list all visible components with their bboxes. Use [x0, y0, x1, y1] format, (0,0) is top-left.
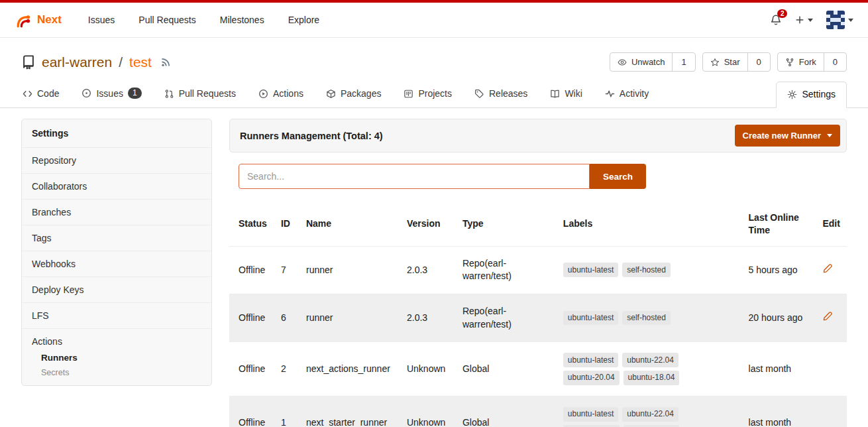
edit-icon[interactable]	[822, 311, 833, 322]
tab-wiki[interactable]: Wiki	[549, 82, 583, 107]
rss-feed-icon[interactable]	[160, 57, 171, 68]
tab-label: Packages	[341, 88, 381, 99]
repo-separator: /	[119, 54, 123, 70]
caret-down-icon	[827, 134, 832, 137]
tab-actions[interactable]: Actions	[257, 82, 305, 107]
repo-icon	[21, 55, 36, 70]
tab-code[interactable]: Code	[21, 82, 60, 107]
brand-name: Next	[37, 13, 62, 27]
runner-search-row: Search	[239, 164, 838, 189]
runner-version: 2.0.3	[400, 294, 456, 341]
repo-owner-link[interactable]: earl-warren	[42, 54, 112, 70]
label-chip: ubuntu-latest	[563, 263, 618, 277]
sidebar-subitem-secrets[interactable]: Secrets	[41, 368, 201, 377]
user-avatar	[826, 11, 845, 29]
table-row: Offline 6 runner 2.0.3 Repo(earl-warren/…	[229, 294, 847, 341]
create-runner-label: Create new Runner	[743, 131, 821, 141]
runner-id: 2	[274, 342, 299, 396]
runner-id: 1	[274, 396, 299, 427]
sidebar-actions-label[interactable]: Actions	[32, 336, 201, 347]
sidebar-subitem-runners[interactable]: Runners	[41, 353, 201, 363]
runner-version: 2.0.3	[400, 246, 456, 294]
create-new-menu-button[interactable]	[795, 15, 813, 25]
star-button[interactable]: Star	[703, 53, 747, 71]
sidebar-item-webhooks[interactable]: Webhooks	[22, 251, 211, 276]
tab-settings[interactable]: Settings	[776, 82, 847, 108]
sidebar-item-deploy-keys[interactable]: Deploy Keys	[22, 276, 211, 302]
runner-labels: ubuntu-latest ubuntu-22.04 ubuntu-20.04 …	[563, 407, 688, 427]
project-board-icon	[404, 89, 413, 99]
runner-last-online: last month	[742, 396, 816, 427]
forks-count[interactable]: 0	[824, 53, 846, 71]
tab-label: Actions	[273, 88, 303, 99]
sidebar-item-actions: Actions Runners Secrets	[22, 328, 211, 385]
user-menu-button[interactable]	[826, 11, 853, 29]
runner-name: runner	[299, 246, 400, 294]
runners-table: Status ID Name Version Type Labels Last …	[229, 202, 847, 427]
brand-home-link[interactable]: Next	[15, 11, 62, 29]
runner-status: Offline	[229, 294, 274, 341]
settings-sidebar: Settings Repository Collaborators Branch…	[21, 119, 212, 386]
book-icon	[550, 89, 560, 99]
fork-icon	[785, 58, 794, 67]
runner-status: Offline	[229, 342, 274, 396]
code-icon	[23, 89, 32, 99]
sidebar-item-repository[interactable]: Repository	[22, 147, 211, 173]
runners-panel: Runners Management (Total: 4) Create new…	[229, 119, 847, 427]
stars-count[interactable]: 0	[747, 53, 770, 71]
search-input[interactable]	[239, 164, 590, 189]
sidebar-item-branches[interactable]: Branches	[22, 199, 211, 225]
col-last-online: Last Online Time	[742, 202, 816, 246]
col-edit: Edit	[816, 202, 847, 246]
label-chip: ubuntu-18.04	[624, 371, 680, 385]
label-chip: ubuntu-latest	[563, 353, 618, 367]
repo-tab-bar: Code Issues 1 Pull Requests Actions Pack…	[0, 81, 868, 108]
runner-labels: ubuntu-latest self-hosted	[563, 263, 688, 277]
activity-icon	[605, 89, 615, 99]
fork-button[interactable]: Fork	[778, 53, 824, 71]
unwatch-label: Unwatch	[631, 57, 665, 67]
sidebar-item-tags[interactable]: Tags	[22, 225, 211, 251]
repo-title: earl-warren / test	[21, 54, 171, 70]
edit-icon[interactable]	[822, 263, 833, 274]
runners-title: Runners Management (Total: 4)	[240, 131, 383, 141]
tab-label: Settings	[802, 89, 836, 99]
nav-link-pull-requests[interactable]: Pull Requests	[138, 15, 195, 25]
eye-icon	[618, 58, 627, 67]
navbar-right: 2	[770, 11, 853, 29]
tab-projects[interactable]: Projects	[402, 82, 453, 107]
watchers-count[interactable]: 1	[672, 53, 694, 71]
pull-request-icon	[164, 89, 174, 99]
tab-activity[interactable]: Activity	[604, 82, 650, 107]
tab-packages[interactable]: Packages	[325, 82, 382, 107]
nav-link-milestones[interactable]: Milestones	[220, 15, 264, 25]
runner-name: runner	[299, 294, 400, 341]
caret-down-icon	[848, 19, 853, 22]
label-chip: ubuntu-latest	[563, 311, 618, 326]
sidebar-title: Settings	[22, 119, 211, 147]
tab-label: Activity	[620, 88, 649, 99]
tab-pull-requests[interactable]: Pull Requests	[163, 82, 237, 107]
fork-button-group: Fork 0	[777, 52, 847, 72]
settings-content: Settings Repository Collaborators Branch…	[0, 108, 868, 427]
label-chip: ubuntu-20.04	[563, 425, 620, 427]
search-button[interactable]: Search	[590, 164, 646, 189]
gear-icon	[787, 90, 797, 99]
col-name: Name	[299, 202, 400, 246]
runner-type: Global	[456, 342, 557, 396]
sidebar-item-lfs[interactable]: LFS	[22, 302, 211, 328]
sidebar-item-collaborators[interactable]: Collaborators	[22, 173, 211, 199]
create-runner-button[interactable]: Create new Runner	[735, 125, 840, 147]
notifications-button[interactable]: 2	[770, 14, 782, 26]
tab-releases[interactable]: Releases	[473, 82, 529, 107]
runner-id: 7	[274, 246, 299, 294]
tab-issues[interactable]: Issues 1	[80, 81, 142, 107]
nav-link-issues[interactable]: Issues	[88, 15, 115, 25]
repo-name-link[interactable]: test	[129, 54, 152, 70]
runner-version: Unknown	[400, 396, 456, 427]
col-version: Version	[400, 202, 456, 246]
nav-link-explore[interactable]: Explore	[288, 15, 319, 25]
runner-name: next_starter_runner	[299, 396, 400, 427]
runner-type: Repo(earl-warren/test)	[456, 294, 557, 341]
unwatch-button[interactable]: Unwatch	[610, 53, 673, 71]
